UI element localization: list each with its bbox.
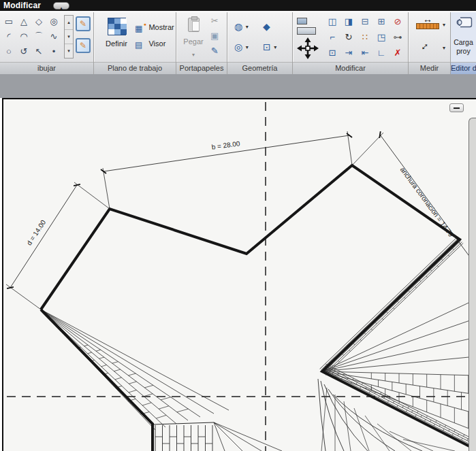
mirror-pick-axis-button[interactable]: ◫ xyxy=(324,14,340,29)
scroll-down-icon[interactable]: ▾ xyxy=(65,44,73,58)
dimension-label[interactable]: d = 14.00 xyxy=(25,218,47,247)
double-arrow-icon: ↔ xyxy=(414,15,441,23)
panel-label-portapapeles[interactable]: Portapapeles xyxy=(176,62,227,74)
measure-along-element-icon[interactable]: ↔ xyxy=(415,37,432,54)
panel-editor: Carga proy Editor de xyxy=(450,12,476,74)
panel-plano-de-trabajo: Definir ▦● Mostrar ▤ Visor Plano de trab… xyxy=(93,12,176,74)
ribbon: ▭△◇◎◜◠⌒∿○↺↖• ▴▾▾ ✎ ✎ ibujar Definir xyxy=(0,12,476,74)
offset-button[interactable]: ⌐ xyxy=(324,29,340,45)
geometry-icon: ⊡ xyxy=(263,41,271,52)
align-endpoints-button[interactable]: ⇥ xyxy=(340,45,357,61)
edit-profile-button[interactable]: ✎ xyxy=(76,38,91,53)
drawing-canvas[interactable]: b = 28.00anchura coronacion = 14.79d = 1… xyxy=(2,98,476,451)
draw-grid-scrollbar[interactable]: ▴▾▾ xyxy=(64,15,74,59)
rotate-button[interactable]: ↻ xyxy=(340,29,357,45)
workplane-grid-icon xyxy=(108,18,126,35)
array-button[interactable]: ∷ xyxy=(357,29,373,45)
rectangle-tool[interactable]: ▭ xyxy=(1,14,16,29)
copy-to-clipboard-button[interactable]: ▣ xyxy=(210,29,219,44)
polygon-circumscribed-tool[interactable]: ◇ xyxy=(31,14,46,29)
panel-modificar: ◫◨⊟⊞⊘⌐↻∷◳⊶⊡⇥⇤∟✗ Modificar xyxy=(292,12,408,74)
sketch-mode-buttons: ✎ ✎ xyxy=(76,16,91,60)
circle-tool[interactable]: ◎ xyxy=(46,14,61,29)
ribbon-collapse-button[interactable]: ▴ xyxy=(53,2,69,10)
tangent-arc-tool[interactable]: ⌒ xyxy=(31,29,46,44)
polygon-inscribed-tool[interactable]: △ xyxy=(16,14,31,29)
partial-ellipse-tool[interactable]: ↺ xyxy=(16,44,31,59)
tab-modificar[interactable]: Modificar xyxy=(3,1,41,10)
align-button[interactable] xyxy=(297,18,319,35)
pencil-icon: ✎ xyxy=(80,19,86,29)
viewer-icon: ▤ xyxy=(135,40,146,50)
chevron-down-icon: ▾ xyxy=(246,24,249,30)
chevron-down-icon[interactable]: ▾ xyxy=(443,45,445,51)
trim-corner-button[interactable]: ∟ xyxy=(373,45,390,61)
modify-tool-grid: ◫◨⊟⊞⊘⌐↻∷◳⊶⊡⇥⇤∟✗ xyxy=(324,14,406,61)
panel-label-dibujar[interactable]: ibujar xyxy=(0,62,93,74)
split-element-button[interactable]: ⊟ xyxy=(357,14,373,29)
point-tool[interactable]: • xyxy=(46,44,61,59)
view-minimize-button[interactable] xyxy=(449,103,464,112)
trim-extend-button[interactable]: ⇤ xyxy=(357,45,373,61)
measure-between-references-button[interactable]: ↔ xyxy=(414,15,441,29)
show-workplane-icon: ▦● xyxy=(135,24,146,33)
clipboard-side-tools: ✂▣✎ xyxy=(210,14,219,59)
mostrar-button[interactable]: ▦● Mostrar xyxy=(135,22,174,34)
pencil-icon: ✎ xyxy=(80,41,86,50)
pick-lines-tool[interactable]: ↖ xyxy=(31,44,46,59)
ellipse-tool[interactable]: ○ xyxy=(1,44,16,59)
chevron-down-icon[interactable]: ▾ xyxy=(443,22,445,28)
options-bar xyxy=(0,74,476,98)
spline-tool[interactable]: ∿ xyxy=(46,29,61,44)
scale-button[interactable]: ◳ xyxy=(373,29,390,45)
pin-button[interactable]: ⊶ xyxy=(390,29,406,45)
edit-sketch-button[interactable]: ✎ xyxy=(76,16,91,31)
move-button[interactable] xyxy=(296,37,320,63)
panel-geometria: ◍ ▾◆◎ ▾⊡ ▾ Geometría xyxy=(227,12,292,74)
panel-label-modificar[interactable]: Modificar xyxy=(293,62,408,74)
split-with-gap-button[interactable]: ⊞ xyxy=(373,14,390,29)
chevron-down-icon: ▾ xyxy=(274,44,276,50)
panel-label-medir[interactable]: Medir xyxy=(409,62,450,74)
load-into-project-button[interactable] xyxy=(456,16,473,32)
join-solid-button[interactable]: ◆ xyxy=(263,20,270,33)
arc-tool[interactable]: ◠ xyxy=(16,29,31,44)
cut-geometry-button[interactable]: ◍ ▾ xyxy=(234,20,249,33)
scroll-down-icon[interactable]: ▾ xyxy=(65,30,73,44)
drawing-svg: b = 28.00anchura coronacion = 14.79d = 1… xyxy=(3,99,476,451)
solid-tools-button[interactable]: ⊡ ▾ xyxy=(263,41,276,53)
panel-portapapeles: Pegar ▾ ✂▣✎ Portapapeles xyxy=(176,12,227,74)
clipboard-icon xyxy=(188,18,200,32)
join-geometry-button[interactable]: ◎ ▾ xyxy=(234,41,249,53)
geometry-icon: ◍ xyxy=(234,21,242,32)
copy-button[interactable]: ⊡ xyxy=(324,45,340,61)
fillet-arc-tool[interactable]: ◜ xyxy=(1,29,16,44)
dimension-label[interactable]: b = 28.00 xyxy=(211,139,241,151)
panel-dibujar: ▭△◇◎◜◠⌒∿○↺↖• ▴▾▾ ✎ ✎ ibujar xyxy=(0,12,93,74)
unpin-button[interactable]: ⊘ xyxy=(390,14,406,29)
ribbon-tab-bar: Modificar ▴ xyxy=(0,0,476,12)
delete-button[interactable]: ✗ xyxy=(390,45,406,61)
scroll-sheet-icon xyxy=(456,16,473,29)
panel-label-editor[interactable]: Editor de xyxy=(451,62,476,74)
minus-icon xyxy=(454,107,460,109)
paste-from-clipboard-button[interactable]: ✎ xyxy=(210,44,219,59)
chevron-down-icon: ▾ xyxy=(192,52,195,58)
revit-window: Modificar ▴ ▭△◇◎◜◠⌒∿○↺↖• ▴▾▾ ✎ ✎ ibujar xyxy=(0,0,476,451)
geometry-icon: ◆ xyxy=(263,21,270,32)
load-into-project-label: Carga proy xyxy=(451,38,476,56)
visor-button[interactable]: ▤ Visor xyxy=(135,38,165,50)
panel-medir: ↔ ▾ ↔ ▾ Medir xyxy=(408,12,450,74)
scroll-up-icon[interactable]: ▴ xyxy=(65,16,73,30)
cut-button[interactable]: ✂ xyxy=(210,14,219,29)
mirror-draw-axis-button[interactable]: ◨ xyxy=(340,14,357,29)
pegar-button[interactable]: Pegar ▾ xyxy=(180,16,206,59)
panel-label-plano[interactable]: Plano de trabajo xyxy=(94,62,176,74)
definir-button[interactable]: Definir xyxy=(99,15,133,59)
move-icon xyxy=(296,37,320,60)
geometry-icon: ◎ xyxy=(234,41,242,52)
collapse-arrow-icon: ▴ xyxy=(60,5,63,10)
panel-label-geometria[interactable]: Geometría xyxy=(227,62,292,74)
vertical-scrollbar[interactable] xyxy=(469,118,476,451)
draw-tool-grid: ▭△◇◎◜◠⌒∿○↺↖• xyxy=(1,14,63,59)
